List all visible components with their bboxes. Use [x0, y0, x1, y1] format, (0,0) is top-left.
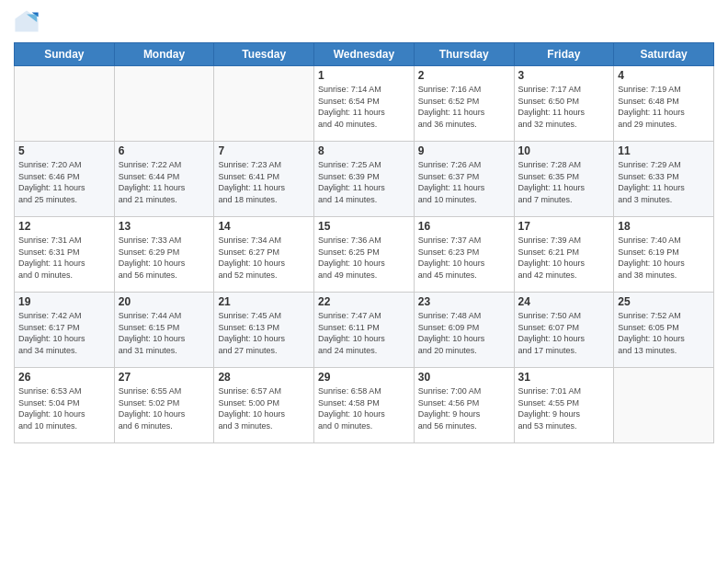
day-number: 1: [318, 69, 410, 82]
weekday-header: Saturday: [614, 43, 714, 66]
calendar-cell: 23Sunrise: 7:48 AM Sunset: 6:09 PM Dayli…: [414, 293, 514, 368]
day-info: Sunrise: 7:19 AM Sunset: 6:48 PM Dayligh…: [618, 84, 710, 130]
day-number: 7: [218, 144, 310, 157]
day-number: 3: [518, 69, 610, 82]
calendar-cell: 13Sunrise: 7:33 AM Sunset: 6:29 PM Dayli…: [114, 217, 214, 293]
calendar-cell: 14Sunrise: 7:34 AM Sunset: 6:27 PM Dayli…: [214, 217, 314, 293]
day-info: Sunrise: 7:42 AM Sunset: 6:17 PM Dayligh…: [18, 310, 110, 356]
calendar-cell: 5Sunrise: 7:20 AM Sunset: 6:46 PM Daylig…: [15, 142, 115, 217]
day-info: Sunrise: 7:48 AM Sunset: 6:09 PM Dayligh…: [418, 310, 510, 356]
weekday-header-row: SundayMondayTuesdayWednesdayThursdayFrid…: [15, 43, 714, 66]
day-number: 31: [518, 371, 610, 384]
calendar-cell: 12Sunrise: 7:31 AM Sunset: 6:31 PM Dayli…: [15, 217, 115, 293]
calendar-week-row: 1Sunrise: 7:14 AM Sunset: 6:54 PM Daylig…: [15, 66, 714, 142]
day-info: Sunrise: 7:14 AM Sunset: 6:54 PM Dayligh…: [318, 84, 410, 130]
calendar-cell: 7Sunrise: 7:23 AM Sunset: 6:41 PM Daylig…: [214, 142, 314, 217]
day-info: Sunrise: 7:33 AM Sunset: 6:29 PM Dayligh…: [119, 235, 210, 281]
day-number: 24: [518, 295, 610, 308]
day-info: Sunrise: 7:47 AM Sunset: 6:11 PM Dayligh…: [318, 310, 410, 356]
calendar-cell: 3Sunrise: 7:17 AM Sunset: 6:50 PM Daylig…: [514, 66, 614, 142]
day-number: 26: [18, 371, 110, 384]
day-info: Sunrise: 7:17 AM Sunset: 6:50 PM Dayligh…: [518, 84, 610, 130]
calendar-cell: 18Sunrise: 7:40 AM Sunset: 6:19 PM Dayli…: [614, 217, 714, 293]
day-number: 4: [618, 69, 710, 82]
calendar-cell: [15, 66, 115, 142]
weekday-header: Monday: [114, 43, 214, 66]
calendar-week-row: 26Sunrise: 6:53 AM Sunset: 5:04 PM Dayli…: [15, 368, 714, 443]
day-info: Sunrise: 7:31 AM Sunset: 6:31 PM Dayligh…: [18, 235, 110, 281]
day-number: 8: [318, 144, 410, 157]
calendar-cell: [614, 368, 714, 443]
day-info: Sunrise: 7:20 AM Sunset: 6:46 PM Dayligh…: [18, 159, 110, 205]
calendar-cell: 30Sunrise: 7:00 AM Sunset: 4:56 PM Dayli…: [414, 368, 514, 443]
weekday-header: Friday: [514, 43, 614, 66]
day-number: 27: [119, 371, 210, 384]
weekday-header: Tuesday: [214, 43, 314, 66]
weekday-header: Wednesday: [314, 43, 415, 66]
day-number: 14: [218, 220, 310, 233]
calendar-cell: 6Sunrise: 7:22 AM Sunset: 6:44 PM Daylig…: [114, 142, 214, 217]
day-info: Sunrise: 7:28 AM Sunset: 6:35 PM Dayligh…: [518, 159, 610, 205]
calendar-cell: 1Sunrise: 7:14 AM Sunset: 6:54 PM Daylig…: [314, 66, 415, 142]
day-info: Sunrise: 7:22 AM Sunset: 6:44 PM Dayligh…: [119, 159, 210, 205]
logo-icon: [14, 9, 40, 35]
header: [14, 9, 714, 35]
calendar-cell: 19Sunrise: 7:42 AM Sunset: 6:17 PM Dayli…: [15, 293, 115, 368]
day-info: Sunrise: 7:23 AM Sunset: 6:41 PM Dayligh…: [218, 159, 310, 205]
day-number: 10: [518, 144, 610, 157]
day-info: Sunrise: 7:40 AM Sunset: 6:19 PM Dayligh…: [618, 235, 710, 281]
day-info: Sunrise: 7:45 AM Sunset: 6:13 PM Dayligh…: [218, 310, 310, 356]
calendar-cell: 28Sunrise: 6:57 AM Sunset: 5:00 PM Dayli…: [214, 368, 314, 443]
day-info: Sunrise: 7:52 AM Sunset: 6:05 PM Dayligh…: [618, 310, 710, 356]
day-info: Sunrise: 6:55 AM Sunset: 5:02 PM Dayligh…: [119, 385, 210, 431]
day-number: 17: [518, 220, 610, 233]
day-info: Sunrise: 6:53 AM Sunset: 5:04 PM Dayligh…: [18, 385, 110, 431]
calendar-cell: 25Sunrise: 7:52 AM Sunset: 6:05 PM Dayli…: [614, 293, 714, 368]
day-number: 23: [418, 295, 510, 308]
day-info: Sunrise: 7:16 AM Sunset: 6:52 PM Dayligh…: [418, 84, 510, 130]
day-number: 5: [18, 144, 110, 157]
day-number: 13: [119, 220, 210, 233]
day-number: 30: [418, 371, 510, 384]
calendar-cell: [114, 66, 214, 142]
logo: [14, 9, 43, 35]
calendar-table: SundayMondayTuesdayWednesdayThursdayFrid…: [14, 42, 714, 443]
calendar-week-row: 19Sunrise: 7:42 AM Sunset: 6:17 PM Dayli…: [15, 293, 714, 368]
day-number: 2: [418, 69, 510, 82]
calendar-cell: 29Sunrise: 6:58 AM Sunset: 4:58 PM Dayli…: [314, 368, 415, 443]
calendar-cell: 22Sunrise: 7:47 AM Sunset: 6:11 PM Dayli…: [314, 293, 415, 368]
day-info: Sunrise: 7:50 AM Sunset: 6:07 PM Dayligh…: [518, 310, 610, 356]
calendar-cell: 31Sunrise: 7:01 AM Sunset: 4:55 PM Dayli…: [514, 368, 614, 443]
day-number: 15: [318, 220, 410, 233]
page: SundayMondayTuesdayWednesdayThursdayFrid…: [0, 0, 728, 563]
day-info: Sunrise: 6:58 AM Sunset: 4:58 PM Dayligh…: [318, 385, 410, 431]
day-number: 19: [18, 295, 110, 308]
calendar-cell: 9Sunrise: 7:26 AM Sunset: 6:37 PM Daylig…: [414, 142, 514, 217]
day-info: Sunrise: 7:01 AM Sunset: 4:55 PM Dayligh…: [518, 385, 610, 431]
calendar-week-row: 12Sunrise: 7:31 AM Sunset: 6:31 PM Dayli…: [15, 217, 714, 293]
calendar-cell: 16Sunrise: 7:37 AM Sunset: 6:23 PM Dayli…: [414, 217, 514, 293]
day-number: 21: [218, 295, 310, 308]
day-info: Sunrise: 7:37 AM Sunset: 6:23 PM Dayligh…: [418, 235, 510, 281]
day-info: Sunrise: 7:39 AM Sunset: 6:21 PM Dayligh…: [518, 235, 610, 281]
calendar-cell: 15Sunrise: 7:36 AM Sunset: 6:25 PM Dayli…: [314, 217, 415, 293]
weekday-header: Sunday: [15, 43, 115, 66]
calendar-cell: 26Sunrise: 6:53 AM Sunset: 5:04 PM Dayli…: [15, 368, 115, 443]
calendar-cell: 4Sunrise: 7:19 AM Sunset: 6:48 PM Daylig…: [614, 66, 714, 142]
day-info: Sunrise: 7:34 AM Sunset: 6:27 PM Dayligh…: [218, 235, 310, 281]
day-info: Sunrise: 7:29 AM Sunset: 6:33 PM Dayligh…: [618, 159, 710, 205]
day-number: 20: [119, 295, 210, 308]
calendar-cell: 2Sunrise: 7:16 AM Sunset: 6:52 PM Daylig…: [414, 66, 514, 142]
day-number: 12: [18, 220, 110, 233]
day-number: 22: [318, 295, 410, 308]
calendar-cell: 10Sunrise: 7:28 AM Sunset: 6:35 PM Dayli…: [514, 142, 614, 217]
calendar-cell: 11Sunrise: 7:29 AM Sunset: 6:33 PM Dayli…: [614, 142, 714, 217]
day-number: 11: [618, 144, 710, 157]
day-number: 6: [119, 144, 210, 157]
day-number: 9: [418, 144, 510, 157]
calendar-cell: 8Sunrise: 7:25 AM Sunset: 6:39 PM Daylig…: [314, 142, 415, 217]
calendar-cell: 27Sunrise: 6:55 AM Sunset: 5:02 PM Dayli…: [114, 368, 214, 443]
calendar-cell: [214, 66, 314, 142]
day-info: Sunrise: 7:26 AM Sunset: 6:37 PM Dayligh…: [418, 159, 510, 205]
calendar-cell: 17Sunrise: 7:39 AM Sunset: 6:21 PM Dayli…: [514, 217, 614, 293]
